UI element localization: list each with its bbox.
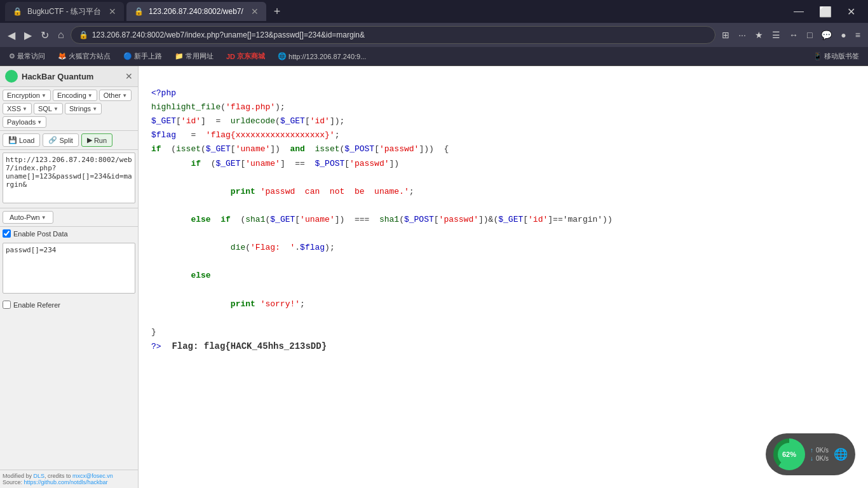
footer-github-link[interactable]: https://github.com/notdls/hackbar — [24, 479, 108, 485]
enable-referer-checkbox[interactable] — [3, 301, 11, 309]
enable-post-checkbox-area: Enable Post Data — [0, 227, 138, 240]
split-icon: 🔗 — [48, 136, 57, 144]
hackbar-close-button[interactable]: ✕ — [125, 71, 133, 81]
bookmark-most-visited[interactable]: ⚙ 最常访问 — [5, 50, 49, 62]
hackbar-autopwn-section: Auto-Pwn ▼ — [0, 208, 138, 227]
bookmark-firefox[interactable]: 🦊 火狐官方站点 — [54, 50, 114, 62]
var-get-id: $_GET — [151, 116, 176, 126]
auto-pwn-button[interactable]: Auto-Pwn ▼ — [3, 211, 53, 224]
tab-bar: 🔒 BugkuCTF - 练习平台 ✕ 🔒 123.206.87.240:800… — [0, 0, 868, 23]
tab-close-2[interactable]: ✕ — [251, 6, 259, 17]
chat-icon[interactable]: 💬 — [818, 27, 834, 43]
speed-percent: 62% — [778, 443, 801, 466]
tab-label-2: 123.206.87.240:8002/web7/ — [149, 7, 243, 16]
post-data-input[interactable]: passwd[]=234 — [3, 243, 135, 294]
xss-arrow: ▼ — [22, 106, 27, 112]
bookmark-common[interactable]: 📁 常用网址 — [171, 50, 217, 62]
tab-favicon-2: 🔒 — [134, 7, 144, 16]
qr-icon[interactable]: ⊞ — [719, 27, 732, 43]
sync-icon[interactable]: ↔ — [787, 27, 801, 43]
browser-window: 🔒 BugkuCTF - 练习平台 ✕ 🔒 123.206.87.240:800… — [0, 0, 868, 66]
tab-close-1[interactable]: ✕ — [109, 6, 116, 17]
hackbar-header: HackBar Quantum ✕ — [0, 66, 138, 87]
hackbar-url-area: http://123.206.87.240:8002/web7/index.ph… — [0, 150, 138, 208]
footer-source: Source: — [3, 479, 24, 485]
more-icon[interactable]: ··· — [736, 27, 749, 43]
nav-icons: ⊞ ··· ★ ☰ ↔ □ 💬 ● ≡ — [719, 27, 863, 43]
encryption-arrow: ▼ — [41, 93, 46, 98]
payloads-arrow: ▼ — [37, 119, 42, 125]
forward-button[interactable]: ▶ — [22, 27, 34, 44]
maximize-button[interactable]: ⬜ — [811, 0, 839, 23]
bookmark-mobile[interactable]: 📱 移动版书签 — [810, 50, 863, 62]
bookmark-ip[interactable]: 🌐 http://123.206.87.240:9... — [274, 51, 370, 62]
strings-arrow: ▼ — [92, 106, 97, 112]
encoding-arrow: ▼ — [88, 93, 93, 98]
strings-dropdown[interactable]: Strings ▼ — [65, 103, 102, 114]
reader-icon[interactable]: ☰ — [770, 27, 783, 43]
xss-label: XSS — [7, 105, 21, 112]
hackbar-footer: Modified by DLS, credits to mxcx@fosec.v… — [0, 470, 138, 488]
window-controls: — ⬜ ✕ — [786, 0, 863, 23]
other-dropdown[interactable]: Other ▼ — [99, 90, 132, 101]
bookmark-jd[interactable]: JD 京东商城 — [222, 50, 269, 62]
run-button[interactable]: ▶ Run — [81, 133, 112, 147]
encoding-label: Encoding — [57, 92, 86, 99]
tab-favicon: 🔒 — [13, 7, 22, 16]
load-icon: 💾 — [8, 136, 17, 144]
enable-post-label: Enable Post Data — [13, 230, 68, 238]
footer-mxcx-link[interactable]: mxcx@fosec.vn — [72, 473, 113, 479]
profile-icon[interactable]: ● — [838, 27, 848, 43]
run-label: Run — [94, 137, 107, 144]
hackbar-post-area: passwd[]=234 — [0, 240, 138, 298]
xss-dropdown[interactable]: XSS ▼ — [3, 103, 32, 114]
payloads-dropdown[interactable]: Payloads ▼ — [3, 116, 46, 128]
bookmark-newbie[interactable]: 🔵 新手上路 — [119, 50, 166, 62]
hackbar-url-input[interactable]: http://123.206.87.240:8002/web7/index.ph… — [3, 152, 135, 203]
speed-indicator: 62% ↑ 0K/s ↓ 0K/s 🌐 — [766, 433, 855, 475]
back-button[interactable]: ◀ — [5, 27, 18, 44]
sql-dropdown[interactable]: SQL ▼ — [34, 103, 63, 114]
minimize-button[interactable]: — — [786, 0, 811, 23]
tab-bugku[interactable]: 🔒 BugkuCTF - 练习平台 ✕ — [5, 2, 124, 21]
page-content: <?php highlight_file('flag.php'); $_GET[… — [139, 66, 868, 488]
download-speed-row: ↓ 0K/s — [810, 455, 829, 462]
enable-referer-label: Enable Referer — [13, 301, 60, 309]
new-tab-button[interactable]: + — [269, 3, 286, 21]
auto-pwn-label: Auto-Pwn — [10, 214, 40, 221]
load-label: Load — [19, 137, 34, 144]
enable-post-checkbox[interactable] — [3, 229, 11, 238]
menu-icon[interactable]: ≡ — [853, 27, 863, 43]
strings-label: Strings — [69, 105, 91, 112]
upload-speed: 0K/s — [816, 447, 829, 454]
load-button[interactable]: 💾 Load — [3, 133, 40, 147]
split-button[interactable]: 🔗 Split — [43, 133, 78, 147]
footer-dls-link[interactable]: DLS — [34, 473, 45, 479]
tab-web7[interactable]: 🔒 123.206.87.240:8002/web7/ ✕ — [126, 2, 266, 21]
encryption-dropdown[interactable]: Encryption ▼ — [3, 90, 51, 101]
hackbar-toolbar: Encryption ▼ Encoding ▼ Other ▼ XSS ▼ SQ… — [0, 87, 138, 131]
footer-by: Modified by — [3, 473, 34, 479]
speed-extra-icon: 🌐 — [834, 447, 848, 461]
hackbar-title: HackBar Quantum — [22, 72, 121, 81]
encryption-label: Encryption — [7, 92, 40, 99]
split-label: Split — [59, 137, 72, 144]
refresh-button[interactable]: ↻ — [38, 27, 51, 44]
upload-icon: ↑ — [810, 447, 813, 454]
close-button[interactable]: ✕ — [839, 0, 863, 23]
speed-circle: 62% — [773, 438, 805, 470]
download-speed: 0K/s — [816, 455, 829, 462]
bookmarks-bar: ⚙ 最常访问 🦊 火狐官方站点 🔵 新手上路 📁 常用网址 JD 京东商城 🌐 … — [0, 47, 868, 66]
address-bar[interactable]: 🔒 123.206.87.240:8002/web7/index.php?una… — [71, 26, 716, 44]
download-icon: ↓ — [810, 455, 813, 462]
auto-pwn-arrow: ▼ — [41, 215, 46, 220]
encoding-dropdown[interactable]: Encoding ▼ — [53, 90, 97, 101]
sql-label: SQL — [38, 105, 52, 112]
footer-credits: , credits to — [44, 473, 72, 479]
screenshot-icon[interactable]: □ — [804, 27, 815, 43]
home-button[interactable]: ⌂ — [55, 27, 67, 43]
address-lock-icon: 🔒 — [79, 30, 88, 39]
star-icon[interactable]: ★ — [752, 27, 766, 43]
hackbar-logo — [5, 70, 18, 83]
speed-stats: ↑ 0K/s ↓ 0K/s — [810, 447, 829, 462]
